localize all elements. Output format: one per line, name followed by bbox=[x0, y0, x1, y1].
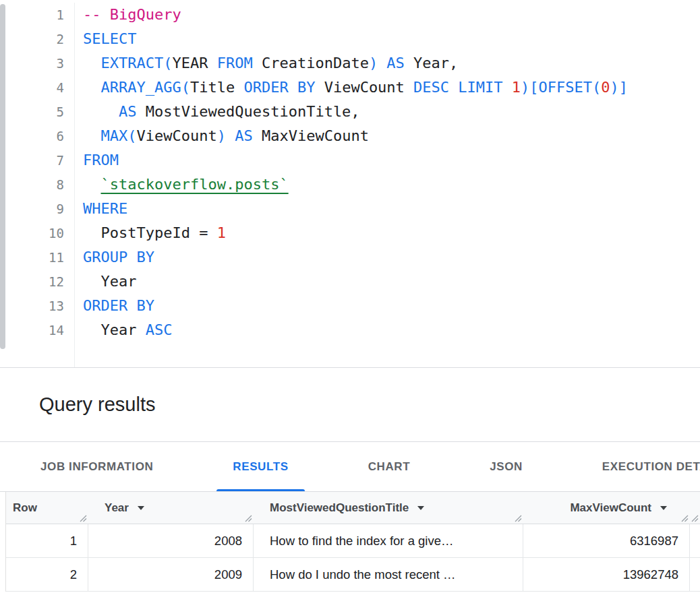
code-line: SELECT bbox=[83, 27, 700, 51]
code-token-plain bbox=[83, 55, 101, 71]
line-number: 13 bbox=[0, 294, 64, 318]
code-line: ARRAY_AGG(Title ORDER BY ViewCount DESC … bbox=[83, 75, 700, 100]
editor-scrollbar[interactable] bbox=[0, 4, 5, 349]
cell-empty bbox=[690, 524, 700, 557]
code-token-kw: ) AS bbox=[217, 127, 253, 144]
code-token-plain: Year bbox=[83, 321, 146, 338]
code-token-kw: DESC LIMIT bbox=[413, 79, 512, 96]
line-number: 5 bbox=[0, 100, 64, 124]
code-token-kw: )[OFFSET( bbox=[521, 79, 601, 96]
column-label: MostViewedQuestionTitle bbox=[270, 501, 409, 515]
code-line: `stackoverflow.posts` bbox=[83, 172, 700, 197]
line-number: 12 bbox=[0, 270, 64, 294]
code-line: EXTRACT(YEAR FROM CreationDate) AS Year, bbox=[83, 51, 700, 75]
code-token-plain: ViewCount bbox=[136, 127, 216, 144]
column-resize-handle-icon[interactable] bbox=[80, 515, 87, 522]
cell-maxviewcount: 6316987 bbox=[523, 524, 690, 557]
line-number: 9 bbox=[0, 197, 64, 221]
line-number: 3 bbox=[0, 51, 64, 75]
line-number: 2 bbox=[0, 27, 64, 51]
code-token-num: 0 bbox=[601, 79, 610, 96]
cell-row: 1 bbox=[6, 524, 88, 557]
line-numbers: 1234567891011121314 bbox=[0, 3, 74, 367]
cell-year: 2008 bbox=[88, 524, 254, 557]
table-header: RowYearMostViewedQuestionTitleMaxViewCou… bbox=[6, 492, 700, 524]
table-row: 22009How do I undo the most recent …1396… bbox=[6, 558, 700, 592]
column-resize-handle-icon[interactable] bbox=[245, 515, 252, 522]
code-token-kw: ORDER BY bbox=[243, 79, 315, 96]
line-number: 10 bbox=[0, 221, 64, 245]
code-token-plain: PostTypeId = bbox=[83, 224, 217, 241]
code-token-num: 1 bbox=[217, 224, 226, 241]
column-header-mostviewedquestiontitle[interactable]: MostViewedQuestionTitle bbox=[254, 492, 523, 524]
code-token-plain bbox=[83, 127, 101, 144]
query-results-title: Query results bbox=[39, 394, 155, 416]
column-header-row[interactable]: Row bbox=[6, 492, 88, 524]
column-header-maxviewcount[interactable]: MaxViewCount bbox=[523, 492, 690, 524]
code-lines: -- BigQuerySELECT EXTRACT(YEAR FROM Crea… bbox=[74, 3, 700, 367]
line-number: 1 bbox=[0, 3, 64, 27]
code-token-kw: ARRAY_AGG( bbox=[101, 79, 190, 96]
cell-mostviewedquestiontitle: How to find the index for a give… bbox=[254, 524, 523, 557]
code-token-plain bbox=[83, 176, 101, 193]
code-token-num: 1 bbox=[512, 79, 521, 96]
cell-mostviewedquestiontitle: How do I undo the most recent … bbox=[254, 558, 523, 591]
column-resize-handle-icon[interactable] bbox=[681, 515, 689, 522]
code-token-kw: ) AS bbox=[369, 55, 405, 71]
code-line: AS MostViewedQuestionTitle, bbox=[83, 100, 700, 124]
cell-empty bbox=[690, 558, 700, 591]
tab-job-information[interactable]: JOB INFORMATION bbox=[24, 442, 169, 491]
column-resize-handle-icon[interactable] bbox=[691, 515, 699, 522]
code-line: Year ASC bbox=[83, 318, 700, 342]
tab-json[interactable]: JSON bbox=[473, 442, 539, 491]
column-resize-handle-icon[interactable] bbox=[515, 515, 522, 522]
tab-chart[interactable]: CHART bbox=[352, 442, 427, 491]
sql-editor[interactable]: 1234567891011121314 -- BigQuerySELECT EX… bbox=[0, 0, 700, 368]
column-label: Row bbox=[13, 501, 37, 515]
code-token-plain bbox=[83, 103, 119, 120]
line-number: 6 bbox=[0, 124, 64, 148]
code-line: -- BigQuery bbox=[83, 3, 700, 27]
column-header-stub bbox=[690, 492, 700, 524]
table-body: 12008How to find the index for a give…63… bbox=[6, 524, 700, 592]
results-table: RowYearMostViewedQuestionTitleMaxViewCou… bbox=[5, 492, 700, 592]
code-line: GROUP BY bbox=[83, 245, 700, 270]
column-label: MaxViewCount bbox=[570, 501, 651, 515]
code-line: MAX(ViewCount) AS MaxViewCount bbox=[83, 124, 700, 148]
column-header-year[interactable]: Year bbox=[88, 492, 254, 524]
code-token-table: `stackoverflow.posts` bbox=[101, 176, 289, 193]
query-results-section-header: Query results bbox=[0, 368, 700, 442]
table-row: 12008How to find the index for a give…63… bbox=[6, 524, 700, 558]
code-token-plain: ViewCount bbox=[315, 79, 413, 96]
code-token-plain: YEAR bbox=[172, 55, 216, 71]
code-token-kw: )] bbox=[610, 79, 629, 96]
code-token-kw: MAX( bbox=[101, 127, 137, 144]
code-line: FROM bbox=[83, 148, 700, 172]
results-tabs: JOB INFORMATIONRESULTSCHARTJSONEXECUTION… bbox=[0, 442, 700, 492]
line-number: 4 bbox=[0, 75, 64, 100]
code-token-kw: ORDER BY bbox=[83, 297, 154, 314]
tab-execution-details[interactable]: EXECUTION DETAILS bbox=[586, 442, 700, 491]
code-line: Year bbox=[83, 270, 700, 294]
code-token-plain: MaxViewCount bbox=[253, 127, 369, 144]
sort-dropdown-icon[interactable] bbox=[417, 506, 424, 510]
code-token-plain: Year bbox=[83, 273, 136, 290]
line-number: 14 bbox=[0, 318, 64, 342]
code-token-kw: SELECT bbox=[83, 30, 136, 47]
code-token-plain: MostViewedQuestionTitle, bbox=[136, 103, 359, 120]
sort-dropdown-icon[interactable] bbox=[660, 506, 667, 510]
code-line: WHERE bbox=[83, 197, 700, 221]
code-token-plain: CreationDate bbox=[253, 55, 369, 71]
code-token-kw: EXTRACT( bbox=[101, 55, 173, 71]
code-token-kw: ASC bbox=[146, 321, 173, 338]
code-token-kw: FROM bbox=[83, 152, 119, 168]
column-label: Year bbox=[105, 501, 129, 515]
code-token-kw: GROUP BY bbox=[83, 249, 154, 265]
code-line: ORDER BY bbox=[83, 294, 700, 318]
cell-year: 2009 bbox=[88, 558, 254, 591]
tab-results[interactable]: RESULTS bbox=[216, 442, 304, 491]
sort-dropdown-icon[interactable] bbox=[138, 506, 144, 510]
line-number: 11 bbox=[0, 245, 64, 270]
code-token-comment: -- BigQuery bbox=[83, 6, 181, 23]
code-token-plain: Year, bbox=[405, 55, 458, 71]
